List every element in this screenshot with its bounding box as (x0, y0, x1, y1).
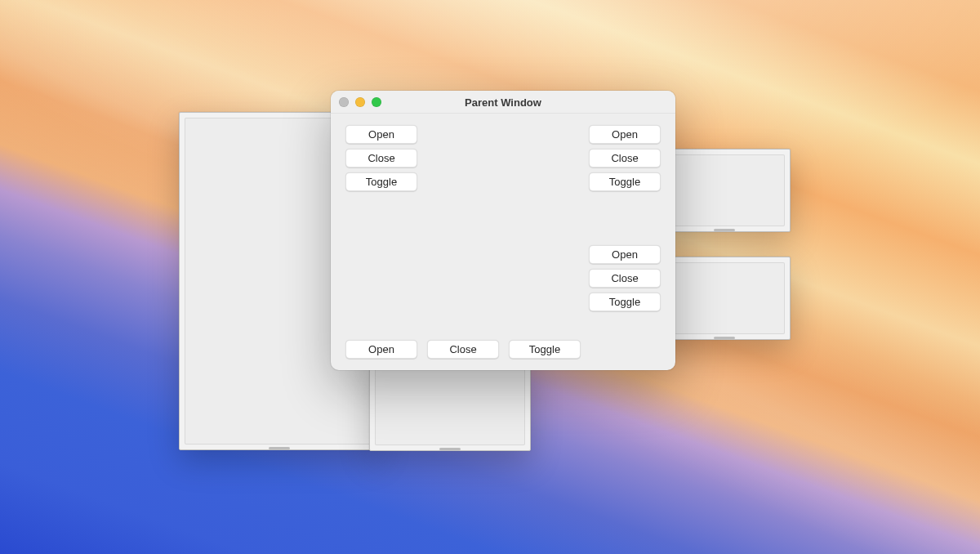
toggle-button[interactable]: Toggle (509, 340, 581, 359)
toggle-button[interactable]: Toggle (345, 172, 417, 191)
open-button[interactable]: Open (589, 245, 661, 264)
close-button[interactable]: Close (345, 149, 417, 168)
open-button[interactable]: Open (345, 340, 417, 359)
background-window-top-right[interactable] (658, 149, 791, 232)
parent-window[interactable]: Parent Window Open Close Toggle Open Clo… (331, 91, 675, 370)
open-button[interactable]: Open (589, 125, 661, 144)
close-icon[interactable] (339, 97, 349, 107)
close-button[interactable]: Close (589, 269, 661, 288)
resize-grip-icon[interactable] (714, 337, 735, 339)
button-group-top-left: Open Close Toggle (345, 125, 417, 191)
button-group-mid-right: Open Close Toggle (589, 245, 661, 311)
window-title: Parent Window (465, 96, 541, 109)
resize-grip-icon[interactable] (269, 447, 290, 449)
close-button[interactable]: Close (589, 149, 661, 168)
window-content: Open Close Toggle Open Close Toggle Open… (331, 114, 675, 370)
button-group-top-right: Open Close Toggle (589, 125, 661, 191)
toggle-button[interactable]: Toggle (589, 172, 661, 191)
titlebar[interactable]: Parent Window (331, 91, 675, 114)
close-button[interactable]: Close (427, 340, 499, 359)
window-controls (339, 97, 381, 107)
zoom-icon[interactable] (372, 97, 381, 107)
toggle-button[interactable]: Toggle (589, 293, 661, 311)
button-group-bottom: Open Close Toggle (345, 340, 581, 359)
background-window-mid-right[interactable] (658, 257, 791, 340)
resize-grip-icon[interactable] (439, 448, 461, 450)
open-button[interactable]: Open (345, 125, 417, 144)
minimize-icon[interactable] (355, 97, 365, 107)
resize-grip-icon[interactable] (714, 229, 735, 231)
